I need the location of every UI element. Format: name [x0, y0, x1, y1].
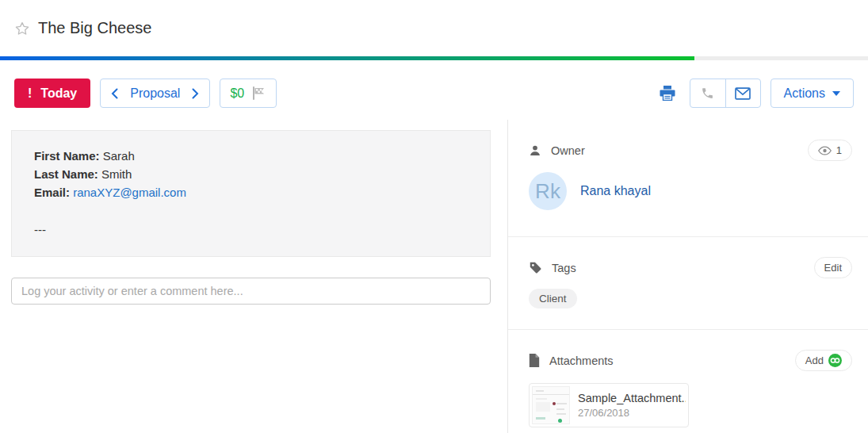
field-last-name: Last Name: Smith — [34, 165, 468, 183]
attachment-name: Sample_Attachment... — [578, 392, 686, 404]
stage-label[interactable]: Proposal — [130, 86, 180, 101]
owner-section-label: Owner — [551, 144, 585, 157]
edit-tags-button[interactable]: Edit — [814, 257, 852, 278]
right-sidebar: Owner 1 Rk Rana khayal — [507, 120, 868, 433]
call-button[interactable] — [690, 79, 725, 107]
tags-section-header: Tags Edit — [529, 257, 852, 278]
finish-flag-icon — [251, 86, 266, 100]
caret-down-icon — [832, 91, 840, 96]
today-button[interactable]: ! Today — [14, 79, 90, 108]
file-icon — [529, 354, 540, 367]
eye-icon — [818, 146, 832, 155]
attachment-thumbnail — [532, 386, 570, 424]
stage-prev-icon[interactable] — [111, 88, 118, 99]
add-attachment-button[interactable]: Add — [795, 350, 852, 371]
owner-row: Rk Rana khayal — [529, 172, 852, 210]
attachments-section-header: Attachments Add — [529, 350, 852, 371]
actions-button-label: Actions — [784, 86, 825, 101]
owner-avatar[interactable]: Rk — [529, 172, 567, 210]
attachment-info: Sample_Attachment... 27/06/2018 — [578, 392, 686, 419]
actions-button[interactable]: Actions — [770, 79, 854, 108]
email-label: Email: — [34, 186, 70, 199]
person-icon — [529, 144, 541, 157]
tag-icon — [529, 261, 542, 274]
owner-name-link[interactable]: Rana khayal — [580, 184, 651, 198]
stage-stepper: Proposal — [100, 79, 210, 108]
add-attachment-green-icon — [828, 354, 842, 367]
signature-separator: --- — [34, 220, 468, 239]
first-name-label: First Name: — [34, 149, 100, 163]
first-name-value: Sarah — [103, 149, 135, 163]
comment-box — [11, 278, 491, 305]
phone-icon — [701, 86, 714, 100]
page-title: The Big Cheese — [38, 19, 151, 37]
add-attachment-label: Add — [805, 354, 824, 366]
attachments-section-label: Attachments — [549, 354, 614, 367]
attachment-date: 27/06/2018 — [578, 407, 686, 419]
email-link[interactable]: ranaXYZ@gmail.com — [73, 186, 186, 199]
field-first-name: First Name: Sarah — [34, 147, 468, 165]
print-button[interactable] — [655, 81, 680, 105]
stage-next-icon[interactable] — [192, 88, 199, 99]
deal-amount: $0 — [230, 86, 244, 101]
content-area: First Name: Sarah Last Name: Smith Email… — [0, 120, 868, 433]
contact-details-panel: First Name: Sarah Last Name: Smith Email… — [11, 130, 491, 257]
tag-chip-client[interactable]: Client — [529, 289, 577, 308]
comment-input[interactable] — [11, 278, 491, 305]
deal-value-button[interactable]: $0 — [220, 79, 277, 108]
printer-icon — [660, 86, 675, 101]
last-name-value: Smith — [101, 167, 132, 181]
toolbar: ! Today Proposal $0 — [0, 60, 868, 108]
tags-section-label: Tags — [552, 262, 576, 274]
page-header: The Big Cheese — [0, 0, 868, 56]
attachments-section: Attachments Add — [508, 330, 868, 433]
today-button-label: Today — [40, 86, 77, 101]
field-email: Email: ranaXYZ@gmail.com — [34, 183, 468, 201]
attachment-card[interactable]: Sample_Attachment... 27/06/2018 — [529, 383, 689, 427]
owner-section: Owner 1 Rk Rana khayal — [508, 120, 868, 237]
envelope-icon — [735, 87, 751, 100]
email-button[interactable] — [725, 79, 760, 107]
deal-page: The Big Cheese ! Today Proposal $0 — [0, 0, 868, 433]
alert-exclamation-icon: ! — [28, 86, 32, 101]
last-name-label: Last Name: — [34, 167, 98, 181]
tags-section: Tags Edit Client — [508, 237, 868, 330]
watchers-count: 1 — [836, 144, 842, 156]
contact-actions-group — [690, 79, 761, 108]
favorite-star-icon[interactable] — [14, 21, 30, 36]
watchers-button[interactable]: 1 — [808, 140, 852, 161]
owner-section-header: Owner 1 — [529, 140, 852, 161]
left-column: First Name: Sarah Last Name: Smith Email… — [11, 120, 491, 433]
